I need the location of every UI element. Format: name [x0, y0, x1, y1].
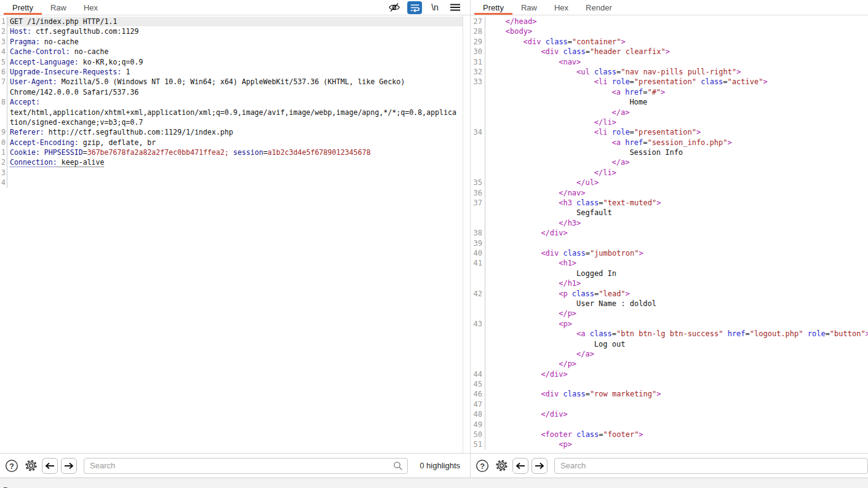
code-line: Segfault: [471, 208, 868, 218]
code-line: </a>: [471, 157, 868, 167]
tab-pretty[interactable]: Pretty: [474, 0, 512, 15]
code-line: 28<body>: [471, 26, 868, 36]
response-search-input[interactable]: [554, 458, 868, 474]
line-number: 36: [471, 188, 485, 198]
settings-gear-icon[interactable]: [493, 458, 509, 474]
code-line: 44</div>: [471, 369, 868, 379]
code-line: 47: [471, 399, 868, 409]
settings-gear-icon[interactable]: [23, 458, 39, 474]
code-line: 29<div class="container">: [471, 37, 868, 47]
previous-match-button[interactable]: [512, 458, 528, 474]
response-tabs: PrettyRawHexRender: [474, 0, 621, 15]
code-line: 5Accept-Language: ko-KR,ko;q=0.9: [0, 57, 463, 67]
code-line: 43<p>: [471, 319, 868, 329]
search-icon: [393, 461, 403, 471]
code-line: User Name : doldol: [471, 299, 868, 309]
code-line: 2Host: ctf.segfaulthub.com:1129: [0, 26, 463, 36]
line-number: 41: [471, 258, 485, 268]
response-search-bar: ?: [471, 453, 868, 478]
code-line: 4Cache-Control: no-cache: [0, 47, 463, 57]
code-line: 34<li role="presentation">: [471, 127, 868, 137]
line-number: 39: [471, 238, 485, 248]
line-number: 0: [0, 138, 7, 148]
line-number: [471, 359, 485, 369]
code-line: 30<div class="header clearfix">: [471, 47, 868, 57]
line-number: 51: [471, 439, 485, 449]
code-line: 36</nav>: [471, 188, 868, 198]
request-search-input[interactable]: [84, 458, 408, 474]
line-number: [471, 117, 485, 127]
line-number: [471, 218, 485, 228]
line-number: 29: [471, 37, 485, 47]
line-number: [471, 269, 485, 278]
line-number: 1: [0, 148, 7, 157]
line-number: 3: [0, 37, 7, 47]
request-search-wrap: [84, 458, 408, 474]
code-line: 42<p class="lead">: [471, 289, 868, 299]
line-number: 47: [471, 399, 485, 409]
code-line: </h1>: [471, 278, 868, 288]
highlights-count: 0 highlights: [420, 461, 460, 470]
svg-text:?: ?: [480, 462, 485, 470]
code-line: 51<p>: [471, 439, 868, 449]
request-tabs: PrettyRawHex: [4, 0, 106, 15]
code-line: </h3>: [471, 218, 868, 228]
code-line: <a href="#">: [471, 87, 868, 97]
word-wrap-icon[interactable]: [407, 1, 422, 14]
line-number: 2: [0, 26, 7, 36]
line-number: [471, 339, 485, 349]
code-line: 33<li role="presentation" class="active"…: [471, 77, 868, 87]
tab-pretty[interactable]: Pretty: [4, 0, 42, 15]
line-number: 42: [471, 289, 485, 299]
message-editor: PrettyRawHex: [0, 0, 868, 488]
code-line: </p>: [471, 359, 868, 369]
line-number: 9: [0, 127, 7, 137]
help-icon[interactable]: ?: [474, 458, 490, 474]
request-panel: PrettyRawHex: [0, 0, 471, 478]
line-number: 4: [0, 178, 7, 187]
tab-raw[interactable]: Raw: [512, 0, 546, 15]
code-line: 8Accept:: [0, 97, 463, 107]
tab-hex[interactable]: Hex: [546, 0, 577, 15]
code-line: </a>: [471, 349, 868, 359]
line-number: 38: [471, 228, 485, 238]
line-number: [471, 108, 485, 117]
code-line: 2Connection: keep-alive: [0, 157, 463, 167]
line-number: [471, 157, 485, 167]
line-number: [0, 87, 7, 97]
line-number: [471, 168, 485, 178]
newline-toggle-icon[interactable]: \n: [428, 1, 442, 14]
line-number: [471, 148, 485, 157]
code-line: 4: [0, 178, 463, 187]
previous-match-button[interactable]: [42, 458, 58, 474]
tab-render[interactable]: Render: [577, 0, 621, 15]
next-match-button[interactable]: [532, 458, 547, 474]
request-editor[interactable]: 1GET /1/index.php HTTP/1.12Host: ctf.seg…: [0, 15, 463, 453]
line-number: 3: [0, 168, 7, 178]
hide-nonprinting-icon[interactable]: [387, 1, 402, 14]
line-number: 50: [471, 430, 485, 439]
next-match-button[interactable]: [61, 458, 77, 474]
code-line: 3: [0, 168, 463, 178]
tab-hex[interactable]: Hex: [75, 0, 106, 15]
help-icon[interactable]: ?: [4, 458, 20, 474]
line-number: [471, 278, 485, 288]
line-number: 31: [471, 57, 485, 67]
tab-raw[interactable]: Raw: [42, 0, 75, 15]
line-number: [471, 299, 485, 309]
line-number: 28: [471, 26, 485, 36]
request-toolbar: \n: [387, 0, 470, 15]
code-line: 7User-Agent: Mozilla/5.0 (Windows NT 10.…: [0, 77, 463, 87]
code-line: 48</div>: [471, 409, 868, 419]
code-line: 27</head>: [471, 17, 868, 26]
code-line: 37<h3 class="text-muted">: [471, 198, 868, 208]
menu-icon[interactable]: [448, 1, 463, 14]
line-number: 40: [471, 248, 485, 258]
request-tabbar: PrettyRawHex: [0, 0, 470, 15]
code-line: Chrome/142.0.0.0 Safari/537.36: [0, 87, 463, 97]
code-line: 0Accept-Encoding: gzip, deflate, br: [0, 138, 463, 148]
line-number: 35: [471, 178, 485, 187]
response-viewer[interactable]: 27</head>28<body>29<div class="container…: [471, 15, 868, 453]
line-number: 34: [471, 127, 485, 137]
code-line: 50<footer class="footer">: [471, 430, 868, 439]
